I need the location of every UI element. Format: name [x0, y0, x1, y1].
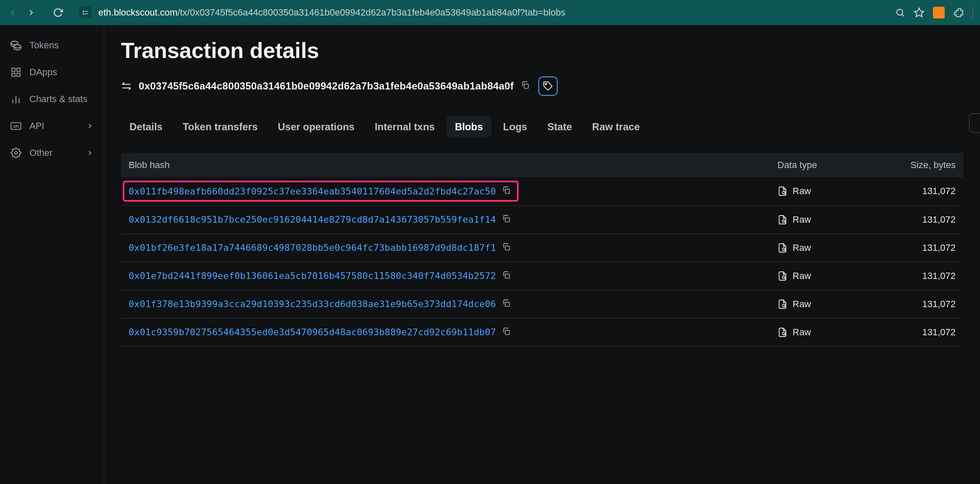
blob-hash-link[interactable]: 0x011fb498eafb660dd23f0925c37ee3364eab35…	[129, 186, 496, 197]
forward-button[interactable]	[25, 7, 37, 18]
data-type-value: Raw	[793, 242, 811, 253]
copy-tx-hash-button[interactable]	[521, 81, 532, 92]
svg-point-34	[782, 304, 785, 307]
svg-point-25	[782, 220, 785, 222]
extensions-icon[interactable]	[953, 7, 964, 18]
page-title: Transaction details	[121, 38, 963, 63]
tabs: DetailsToken transfersUser operationsInt…	[121, 116, 963, 138]
sidebar-item-label: DApps	[29, 67, 57, 78]
grid-icon	[10, 66, 22, 78]
site-info-icon[interactable]	[79, 6, 92, 19]
data-type-value: Raw	[793, 214, 811, 225]
tab-logs[interactable]: Logs	[495, 116, 535, 138]
tab-token-transfers[interactable]: Token transfers	[174, 116, 266, 138]
blob-hash-link[interactable]: 0x01e7bd2441f899eef0b136061ea5cb7016b457…	[129, 271, 496, 281]
sidebar-item-api[interactable]: API API	[0, 113, 104, 139]
file-search-icon	[777, 271, 788, 281]
sidebar-item-tokens[interactable]: Tokens	[0, 32, 104, 59]
bars-icon	[10, 93, 22, 105]
copy-blob-hash-button[interactable]	[502, 299, 513, 310]
url-domain: eth.blockscout.com	[98, 7, 177, 18]
svg-rect-24	[505, 218, 509, 222]
zoom-icon[interactable]	[895, 8, 905, 18]
svg-rect-27	[505, 246, 509, 250]
data-type-value: Raw	[793, 327, 811, 338]
blobs-table: Blob hash Data type Size, bytes 0x011fb4…	[121, 153, 963, 347]
sidebar-item-label: Tokens	[29, 40, 59, 51]
browser-divider	[972, 7, 973, 18]
svg-rect-12	[17, 73, 20, 76]
edge-button[interactable]	[969, 113, 980, 133]
file-search-icon	[777, 299, 788, 309]
copy-blob-hash-button[interactable]	[502, 327, 513, 338]
sidebar-item-label: API	[29, 121, 44, 132]
copy-blob-hash-button[interactable]	[502, 214, 513, 225]
blob-hash-link[interactable]: 0x01f378e13b9399a3cca29d10393c235d33cd6d…	[129, 299, 496, 309]
tab-state[interactable]: State	[539, 116, 580, 138]
table-row: 0x01f378e13b9399a3cca29d10393c235d33cd6d…	[121, 290, 963, 318]
coins-icon	[10, 39, 22, 51]
svg-rect-21	[505, 189, 509, 193]
table-row: 0x0132df6618c951b7bce250ec916204414e8279…	[121, 205, 963, 234]
svg-rect-10	[17, 68, 20, 71]
svg-rect-30	[505, 274, 509, 278]
address-bar[interactable]: eth.blockscout.com/tx/0x03745f5c6a44c800…	[98, 7, 888, 18]
svg-point-28	[782, 248, 785, 250]
table-row: 0x01e7bd2441f899eef0b136061ea5cb7016b457…	[121, 262, 963, 290]
metamask-extension-icon[interactable]	[933, 7, 945, 18]
size-value: 131,072	[888, 262, 963, 290]
svg-point-22	[782, 191, 785, 194]
svg-point-7	[11, 41, 18, 45]
svg-point-1	[83, 13, 84, 14]
col-header-size: Size, bytes	[888, 153, 963, 177]
tab-details[interactable]: Details	[121, 116, 171, 138]
blob-hash-link[interactable]: 0x01c9359b7027565464355ed0e3d5470965d48a…	[129, 327, 496, 337]
data-type-value: Raw	[793, 186, 811, 197]
file-search-icon	[777, 327, 788, 337]
size-value: 131,072	[888, 290, 963, 318]
col-header-type: Data type	[770, 153, 888, 177]
tag-button[interactable]	[538, 76, 558, 96]
svg-rect-19	[524, 84, 528, 88]
sidebar-item-label: Other	[29, 147, 53, 158]
size-value: 131,072	[888, 205, 963, 234]
size-value: 131,072	[888, 318, 963, 346]
tab-raw-trace[interactable]: Raw trace	[584, 116, 648, 138]
svg-rect-33	[505, 302, 509, 306]
sidebar-item-charts[interactable]: Charts & stats	[0, 86, 104, 113]
svg-rect-36	[505, 330, 509, 334]
sidebar-item-label: Charts & stats	[29, 94, 87, 105]
svg-point-18	[15, 152, 18, 155]
svg-rect-11	[12, 73, 15, 76]
chevron-right-icon	[86, 122, 94, 130]
tab-user-operations[interactable]: User operations	[269, 116, 363, 138]
col-header-hash: Blob hash	[121, 153, 770, 177]
sidebar-item-other[interactable]: Other	[0, 139, 104, 166]
back-button[interactable]	[7, 7, 18, 18]
svg-line-5	[902, 14, 904, 16]
table-row: 0x01bf26e3fe18a17a7446689c4987028bb5e0c9…	[121, 234, 963, 262]
data-type-value: Raw	[793, 299, 811, 310]
tab-internal-txns[interactable]: Internal txns	[366, 116, 443, 138]
file-search-icon	[777, 186, 788, 196]
reload-button[interactable]	[52, 7, 64, 18]
file-search-icon	[777, 215, 788, 225]
tab-blobs[interactable]: Blobs	[446, 116, 491, 138]
sidebar: Tokens DApps Charts & stats API API	[0, 25, 104, 484]
sidebar-item-dapps[interactable]: DApps	[0, 59, 104, 86]
gear-icon	[10, 147, 22, 159]
svg-point-4	[897, 9, 903, 15]
tx-hash-row: 0x03745f5c6a44c800350a31461b0e09942d62a7…	[121, 76, 963, 96]
tx-hash: 0x03745f5c6a44c800350a31461b0e09942d62a7…	[139, 80, 514, 92]
copy-blob-hash-button[interactable]	[502, 271, 513, 281]
bookmark-star-icon[interactable]	[914, 7, 925, 18]
blob-hash-link[interactable]: 0x0132df6618c951b7bce250ec916204414e8279…	[129, 214, 496, 225]
size-value: 131,072	[888, 234, 963, 262]
table-row: 0x01c9359b7027565464355ed0e3d5470965d48a…	[121, 318, 963, 346]
svg-rect-9	[12, 68, 15, 71]
copy-blob-hash-button[interactable]	[502, 186, 513, 197]
copy-blob-hash-button[interactable]	[502, 242, 513, 253]
svg-marker-6	[914, 8, 924, 17]
blob-hash-link[interactable]: 0x01bf26e3fe18a17a7446689c4987028bb5e0c9…	[129, 242, 496, 253]
browser-toolbar: eth.blockscout.com/tx/0x03745f5c6a44c800…	[0, 0, 980, 25]
